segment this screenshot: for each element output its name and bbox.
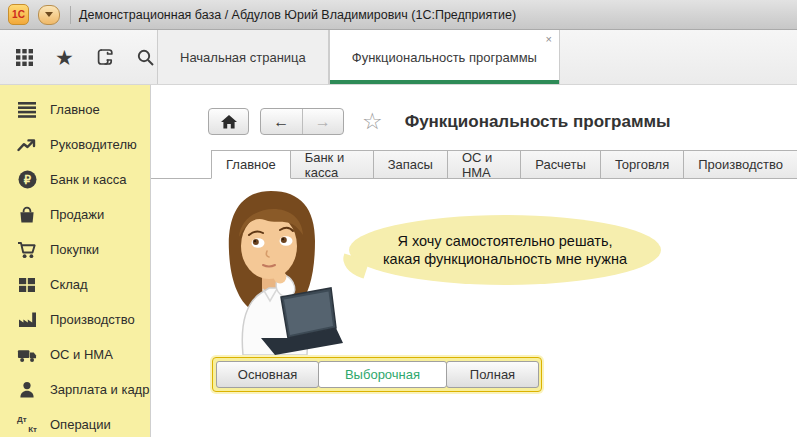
shopping-cart-icon bbox=[17, 240, 37, 260]
mode-button-polnaya[interactable]: Полная bbox=[446, 361, 539, 388]
sidebar-item-label: Банк и касса bbox=[50, 172, 127, 187]
sidebar-item-sklad[interactable]: Склад bbox=[0, 267, 150, 302]
ruble-glyph: ₽ bbox=[23, 174, 31, 186]
person-icon bbox=[17, 380, 37, 400]
factory-icon bbox=[17, 310, 37, 330]
assistant-character-image bbox=[203, 185, 343, 357]
tab-proizvodstvo[interactable]: Производство bbox=[683, 150, 797, 178]
window-title: Демонстрационная база / Абдулов Юрий Вла… bbox=[79, 8, 516, 22]
debit-credit-icon: Дт Кт bbox=[17, 415, 37, 435]
close-icon[interactable]: × bbox=[545, 34, 551, 45]
home-button[interactable] bbox=[208, 108, 249, 135]
top-strip: ★ Начальная страница Функциональность пр… bbox=[0, 30, 797, 85]
speech-bubble: Я хочу самостоятельно решать, какая функ… bbox=[349, 215, 661, 285]
sidebar-item-rukovoditelyu[interactable]: Руководителю bbox=[0, 127, 150, 162]
chevron-down-icon bbox=[45, 12, 53, 17]
truck-icon bbox=[17, 345, 37, 365]
back-button[interactable]: ← bbox=[261, 109, 303, 134]
sidebar-item-label: ОС и НМА bbox=[50, 347, 113, 362]
favorites-star-icon[interactable]: ★ bbox=[55, 47, 74, 68]
bubble-text-line2: какая функциональность мне нужна bbox=[383, 250, 627, 268]
sidebar-item-label: Главное bbox=[50, 102, 100, 117]
tab-zapasy[interactable]: Запасы bbox=[373, 150, 448, 178]
menu-lines-icon bbox=[17, 100, 37, 120]
sidebar-item-prodazhi[interactable]: Продажи bbox=[0, 197, 150, 232]
home-icon bbox=[221, 115, 237, 129]
shopping-bag-icon bbox=[17, 205, 37, 225]
back-arrow-icon: ← bbox=[273, 113, 289, 131]
tab-raschety[interactable]: Расчеты bbox=[520, 150, 601, 178]
search-icon[interactable] bbox=[136, 48, 155, 67]
trend-up-icon bbox=[17, 135, 37, 155]
tab-content: Я хочу самостоятельно решать, какая функ… bbox=[151, 179, 797, 401]
sidebar-item-label: Производство bbox=[50, 312, 135, 327]
sidebar-item-glavnoe[interactable]: Главное bbox=[0, 92, 150, 127]
debit-label: Дт bbox=[17, 416, 27, 424]
ruble-circle-icon: ₽ bbox=[17, 170, 37, 190]
sidebar-item-os-i-nma[interactable]: ОС и НМА bbox=[0, 337, 150, 372]
toolbar: ★ bbox=[0, 30, 157, 84]
page-title: Функциональность программы bbox=[405, 112, 671, 132]
add-favorite-star-icon[interactable]: ☆ bbox=[362, 110, 383, 133]
sidebar-item-label: Продажи bbox=[50, 207, 104, 222]
sidebar-item-pokupki[interactable]: Покупки bbox=[0, 232, 150, 267]
bubble-text-line1: Я хочу самостоятельно решать, bbox=[397, 232, 612, 250]
sidebar-item-label: Зарплата и кадры bbox=[50, 382, 151, 397]
mode-button-osnovnaya[interactable]: Основная bbox=[216, 361, 319, 388]
sidebar-item-zarplata-i-kadry[interactable]: Зарплата и кадры bbox=[0, 372, 150, 407]
sidebar-item-label: Руководителю bbox=[50, 137, 137, 152]
sidebar-item-label: Операции bbox=[50, 417, 111, 432]
tab-bank-i-kassa[interactable]: Банк и касса bbox=[290, 150, 374, 178]
mode-highlight-frame: Основная Выборочная Полная bbox=[212, 357, 542, 392]
sidebar-item-proizvodstvo[interactable]: Производство bbox=[0, 302, 150, 337]
sidebar-item-label: Покупки bbox=[50, 242, 99, 257]
history-scroll-icon[interactable] bbox=[95, 47, 115, 67]
grid-menu-icon[interactable] bbox=[15, 48, 34, 67]
tab-current-label: Функциональность программы bbox=[352, 50, 537, 65]
titlebar-divider bbox=[70, 6, 71, 24]
forward-button[interactable]: → bbox=[303, 109, 344, 134]
forward-arrow-icon: → bbox=[315, 113, 331, 131]
warehouse-boxes-icon bbox=[17, 275, 37, 295]
tab-home-page[interactable]: Начальная страница bbox=[157, 30, 329, 84]
main-panel: ← → ☆ Функциональность программы Главное… bbox=[151, 85, 797, 437]
history-nav-group: ← → bbox=[260, 108, 344, 135]
tab-torgovlya[interactable]: Торговля bbox=[600, 150, 684, 178]
sidebar-item-bank-i-kassa[interactable]: ₽ Банк и касса bbox=[0, 162, 150, 197]
functionality-tabstrip: Главное Банк и касса Запасы ОС и НМА Рас… bbox=[151, 150, 797, 179]
tab-os-i-nma[interactable]: ОС и НМА bbox=[447, 150, 521, 178]
titlebar: 1С Демонстрационная база / Абдулов Юрий … bbox=[0, 0, 797, 30]
body-row: Главное Руководителю ₽ Банк и касса bbox=[0, 85, 797, 437]
system-menu-button[interactable] bbox=[38, 5, 60, 25]
app-logo-icon[interactable]: 1С bbox=[8, 4, 29, 25]
tab-program-functionality[interactable]: Функциональность программы × bbox=[329, 30, 560, 84]
sidebar-item-label: Склад bbox=[50, 277, 88, 292]
sidebar-item-operacii[interactable]: Дт Кт Операции bbox=[0, 407, 150, 437]
tab-glavnoe[interactable]: Главное bbox=[211, 150, 291, 179]
app-window: 1С Демонстрационная база / Абдулов Юрий … bbox=[0, 0, 797, 437]
tab-home-label: Начальная страница bbox=[180, 50, 306, 65]
navigation-row: ← → ☆ Функциональность программы bbox=[151, 85, 797, 138]
credit-label: Кт bbox=[28, 426, 37, 434]
sidebar: Главное Руководителю ₽ Банк и касса bbox=[0, 85, 151, 437]
mode-button-vyborochnaya[interactable]: Выборочная bbox=[318, 361, 447, 388]
